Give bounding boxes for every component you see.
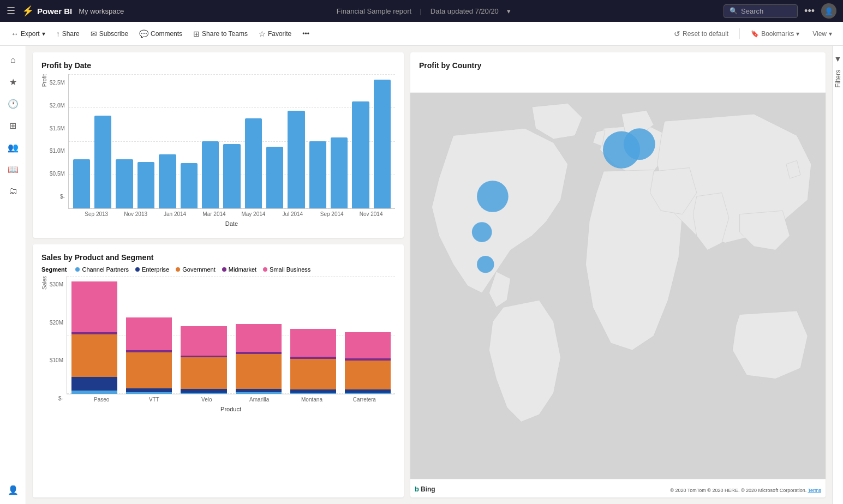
segment-0: [71, 391, 117, 394]
comments-button[interactable]: 💬 Comments: [135, 27, 187, 40]
sales-bar-montana[interactable]: [290, 329, 336, 394]
favorite-button[interactable]: ☆ Favorite: [254, 27, 296, 40]
share-teams-button[interactable]: ⊞ Share to Teams: [189, 27, 252, 40]
reset-default-button[interactable]: ↺ Reset to default: [669, 27, 733, 40]
profit-bar-9[interactable]: [266, 147, 283, 208]
map-bubble-mexico[interactable]: [477, 256, 494, 273]
bookmarks-button[interactable]: 🔖 Bookmarks ▾: [746, 28, 804, 40]
profit-bar-12[interactable]: [331, 137, 348, 208]
star-icon: ☆: [259, 29, 266, 38]
y-axis-label-profit: Profit: [41, 74, 47, 87]
share-icon: ↑: [56, 29, 60, 38]
profit-bar-7[interactable]: [223, 144, 240, 208]
segment-4: [236, 324, 282, 352]
terms-link[interactable]: Terms: [808, 488, 822, 493]
map-bubble-usa[interactable]: [472, 222, 492, 242]
hamburger-icon[interactable]: ☰: [7, 5, 15, 17]
export-button[interactable]: ↔ Export ▾: [7, 27, 50, 40]
search-box[interactable]: 🔍 Search: [724, 4, 798, 18]
subscribe-icon: ✉: [91, 29, 97, 38]
sidebar-item-recent[interactable]: 🕐: [3, 94, 23, 113]
map-container[interactable]: b Bing © 2020 TomTom © 2020 HERE. © 2020…: [410, 74, 826, 497]
sales-bar-carretera[interactable]: [345, 332, 391, 394]
sidebar-item-favorites[interactable]: ★: [3, 72, 23, 92]
title-separator: |: [420, 7, 422, 15]
world-map-svg: [410, 74, 826, 497]
view-chevron-icon: ▾: [829, 30, 832, 38]
search-icon: 🔍: [730, 7, 738, 15]
sales-chart-body: PaseoVTTVeloAmarillaMontanaCarretera Pro…: [67, 276, 395, 412]
profit-bar-13[interactable]: [352, 101, 369, 208]
sidebar-item-home[interactable]: ⌂: [3, 50, 23, 70]
map-bubble-germany[interactable]: [624, 128, 655, 160]
subscribe-button[interactable]: ✉ Subscribe: [86, 27, 133, 40]
search-placeholder: Search: [741, 7, 763, 15]
sidebar-item-apps[interactable]: ⊞: [3, 116, 23, 135]
profit-bar-5[interactable]: [181, 163, 198, 208]
segment-1: [71, 377, 117, 391]
sidebar-item-workspaces[interactable]: 🗂: [3, 181, 23, 201]
profit-bar-14[interactable]: [374, 80, 391, 208]
share-button[interactable]: ↑ Share: [52, 27, 84, 40]
segment-4: [345, 332, 391, 359]
sidebar-item-people[interactable]: 👥: [3, 137, 23, 157]
profit-bar-6[interactable]: [202, 141, 219, 208]
left-charts-column: Profit by Date Profit $2.5M $2.0M $1.5M …: [33, 52, 404, 497]
sidebar-item-learn[interactable]: 📖: [3, 159, 23, 179]
filters-label[interactable]: Filters: [834, 70, 842, 88]
profit-bar-3[interactable]: [137, 162, 154, 208]
legend-item-small-business: Small Business: [263, 266, 310, 273]
left-sidebar: ⌂ ★ 🕐 ⊞ 👥 📖 🗂 👤: [0, 46, 26, 504]
sales-bar-paseo[interactable]: [71, 281, 117, 394]
profit-bar-1[interactable]: [94, 116, 111, 208]
right-panel: ▼ Filters: [832, 46, 843, 504]
top-nav: ☰ ⚡ Power BI My workspace Financial Samp…: [0, 0, 843, 22]
x-axis-label-product: Product: [67, 406, 395, 412]
avatar[interactable]: 👤: [821, 3, 836, 19]
segment-2: [345, 361, 391, 389]
app-name: Power BI: [37, 7, 72, 16]
segment-2: [236, 354, 282, 389]
bing-b-icon: b: [415, 485, 419, 493]
segment-4: [290, 329, 336, 357]
legend-item-midmarket: Midmarket: [222, 266, 256, 273]
profit-bar-10[interactable]: [288, 111, 304, 208]
more-options-icon[interactable]: •••: [804, 5, 815, 17]
view-button[interactable]: View ▾: [808, 28, 836, 40]
sales-bar-vtt[interactable]: [126, 317, 172, 394]
profit-bar-4[interactable]: [159, 154, 176, 208]
toolbar-right-actions: ↺ Reset to default 🔖 Bookmarks ▾ View ▾: [669, 27, 836, 40]
report-title-area: Financial Sample report | Data updated 7…: [130, 7, 717, 15]
powerbi-logo-icon: ⚡: [22, 5, 34, 17]
segment-0: [126, 392, 172, 394]
profit-bar-2[interactable]: [116, 159, 133, 208]
sidebar-item-profile[interactable]: 👤: [3, 480, 23, 500]
legend-item-government: Government: [176, 266, 216, 273]
reset-icon: ↺: [674, 29, 680, 38]
map-bubble-canada[interactable]: [477, 181, 509, 212]
sales-bar-amarilla[interactable]: [236, 324, 282, 394]
comments-icon: 💬: [139, 29, 148, 38]
teams-icon: ⊞: [193, 29, 200, 38]
content-area: Profit by Date Profit $2.5M $2.0M $1.5M …: [26, 46, 832, 504]
profit-bar-11[interactable]: [309, 141, 326, 208]
segment-4: [126, 317, 172, 350]
segment-0: [290, 393, 336, 394]
sales-bar-velo[interactable]: [181, 326, 226, 394]
profit-bar-0[interactable]: [73, 159, 90, 208]
profit-bar-8[interactable]: [245, 118, 262, 208]
workspace-link[interactable]: My workspace: [79, 7, 124, 15]
segment-4: [71, 281, 117, 332]
legend-item-channel-partners: Channel Partners: [75, 266, 129, 273]
segment-2: [126, 352, 172, 388]
toolbar-more-button[interactable]: •••: [298, 28, 314, 40]
segment-label: Segment: [41, 266, 67, 273]
x-axis-dates: Sep 2013Nov 2013Jan 2014Mar 2014May 2014…: [68, 209, 395, 217]
bookmarks-chevron-icon: ▾: [796, 30, 799, 38]
filters-funnel-icon[interactable]: ▼: [834, 55, 842, 63]
main-container: ⌂ ★ 🕐 ⊞ 👥 📖 🗂 👤 Profit by Date Profit: [0, 46, 843, 504]
segment-2: [71, 334, 117, 377]
stacked-bars: [67, 276, 395, 394]
dropdown-chevron-icon[interactable]: ▾: [507, 7, 511, 15]
toolbar-more-icon: •••: [302, 30, 309, 38]
